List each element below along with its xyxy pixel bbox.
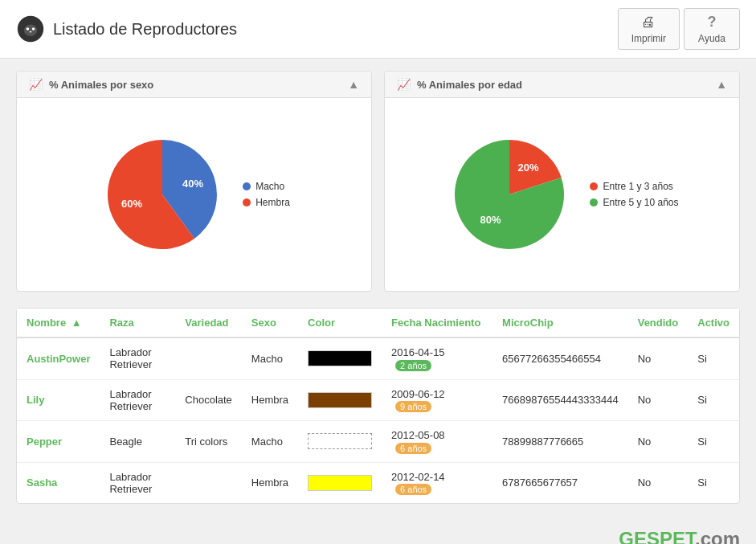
animals-table: Nombre ▲ Raza Variedad Sexo Color Fecha … [17,309,739,503]
cell-microchip: 78899887776665 [492,421,628,463]
fecha-text: 2012-02-14 [391,471,445,483]
brand-gespet: GESPET [619,528,695,544]
help-button[interactable]: ? Ayuda [684,8,740,50]
header-left: Listado de Reproductores [16,14,237,43]
cell-color [298,462,382,503]
col-raza[interactable]: Raza [100,309,175,337]
cell-raza: Labrador Retriever [100,379,175,421]
chart-age-title-area: 📈 % Animales por edad [397,78,522,91]
color-swatch [308,475,372,491]
chart-sex-legend: Macho Hembra [243,181,290,208]
chart-age-body: 20%80% Entre 1 y 3 años Entre 5 y 10 año… [385,98,739,291]
col-sexo[interactable]: Sexo [242,309,298,337]
svg-point-5 [32,27,35,31]
cell-nombre: Lily [17,379,100,421]
chart-sex-title-area: 📈 % Animales por sexo [29,78,153,91]
chart-age-collapse-icon[interactable]: ▲ [716,78,727,91]
animal-name-link[interactable]: Lily [27,394,44,406]
chart-sex-icon: 📈 [29,78,43,91]
col-variedad[interactable]: Variedad [175,309,242,337]
pie-svg: 20%80% [445,130,574,259]
svg-point-6 [30,31,32,33]
cell-nombre: Sasha [17,462,100,503]
cell-raza: Labrador Retriever [100,462,175,503]
cell-activo: Si [688,379,739,421]
header-actions: 🖨 Imprimir ? Ayuda [618,8,740,50]
cell-color [298,379,382,421]
cell-raza: Beagle [100,421,175,463]
cell-microchip: 76689876554443333444 [492,379,628,421]
cell-variedad [175,337,242,379]
header: Listado de Reproductores 🖨 Imprimir ? Ay… [0,0,756,59]
legend-dot [243,198,251,207]
chart-sex-header: 📈 % Animales por sexo ▲ [17,72,371,98]
svg-text:80%: 80% [480,214,501,226]
chart-sex: 📈 % Animales por sexo ▲ 40%60% Macho Hem… [16,71,372,292]
cell-microchip: 6787665677657 [492,462,628,503]
col-fecha[interactable]: Fecha Nacimiento [382,309,492,337]
legend-item: Entre 1 y 3 años [590,181,678,192]
table-row: Lily Labrador Retriever Chocolate Hembra… [17,379,739,421]
cell-microchip: 65677266355466554 [492,337,628,379]
legend-item: Hembra [243,197,290,208]
chart-sex-body: 40%60% Macho Hembra [17,98,371,291]
chart-age-title: % Animales por edad [417,79,522,91]
svg-point-4 [27,27,30,31]
legend-label: Hembra [255,197,290,208]
fecha-text: 2009-06-12 [391,388,445,400]
col-activo[interactable]: Activo [688,309,739,337]
chart-age-pie-container: 20%80% Entre 1 y 3 años Entre 5 y 10 año… [445,130,678,259]
print-label: Imprimir [631,33,666,44]
table-row: AustinPower Labrador Retriever Macho 201… [17,337,739,379]
cell-fecha: 2012-05-08 6 años [382,421,492,463]
app-logo-icon [16,14,45,43]
print-button[interactable]: 🖨 Imprimir [618,8,680,50]
cell-color [298,421,382,463]
legend-label: Entre 1 y 3 años [603,181,672,192]
color-swatch [308,392,372,408]
table-body: AustinPower Labrador Retriever Macho 201… [17,337,739,503]
table-row: Sasha Labrador Retriever Hembra 2012-02-… [17,462,739,503]
legend-dot [590,198,598,207]
chart-sex-collapse-icon[interactable]: ▲ [348,78,359,91]
cell-fecha: 2012-02-14 6 años [382,462,492,503]
cell-vendido: No [628,337,689,379]
chart-age-header: 📈 % Animales por edad ▲ [385,72,739,98]
cell-vendido: No [628,462,689,503]
cell-sexo: Hembra [242,379,298,421]
cell-sexo: Hembra [242,462,298,503]
legend-label: Entre 5 y 10 años [603,197,678,208]
svg-text:60%: 60% [121,198,142,210]
col-nombre[interactable]: Nombre ▲ [17,309,100,337]
cell-variedad: Tri colors [175,421,242,463]
brand-com: .com [695,528,740,544]
animal-name-link[interactable]: AustinPower [27,353,90,365]
cell-activo: Si [688,462,739,503]
cell-sexo: Macho [242,421,298,463]
col-color[interactable]: Color [298,309,382,337]
footer: GESPET.com SOFTWARE DE GESTIÓN DE MASCOT… [0,516,756,544]
cell-sexo: Macho [242,337,298,379]
col-microchip[interactable]: MicroChip [492,309,628,337]
sort-arrow-nombre: ▲ [72,317,82,329]
cell-vendido: No [628,421,689,463]
legend-dot [243,182,251,190]
legend-item: Macho [243,181,290,192]
chart-age-icon: 📈 [397,78,411,91]
age-badge: 6 años [395,443,431,454]
charts-row: 📈 % Animales por sexo ▲ 40%60% Macho Hem… [16,71,740,292]
page-title: Listado de Reproductores [53,20,237,39]
cell-vendido: No [628,379,689,421]
col-vendido[interactable]: Vendido [628,309,689,337]
fecha-text: 2012-05-08 [391,429,445,441]
animals-table-section: Nombre ▲ Raza Variedad Sexo Color Fecha … [16,308,740,504]
animal-name-link[interactable]: Pepper [27,436,62,448]
chart-age: 📈 % Animales por edad ▲ 20%80% Entre 1 y… [384,71,740,292]
chart-sex-title: % Animales por sexo [49,79,153,91]
legend-item: Entre 5 y 10 años [590,197,678,208]
fecha-text: 2016-04-15 [391,346,445,358]
table-row: Pepper Beagle Tri colors Macho 2012-05-0… [17,421,739,463]
animal-name-link[interactable]: Sasha [27,477,57,489]
footer-brand: GESPET.com [16,528,740,544]
help-label: Ayuda [698,33,725,44]
